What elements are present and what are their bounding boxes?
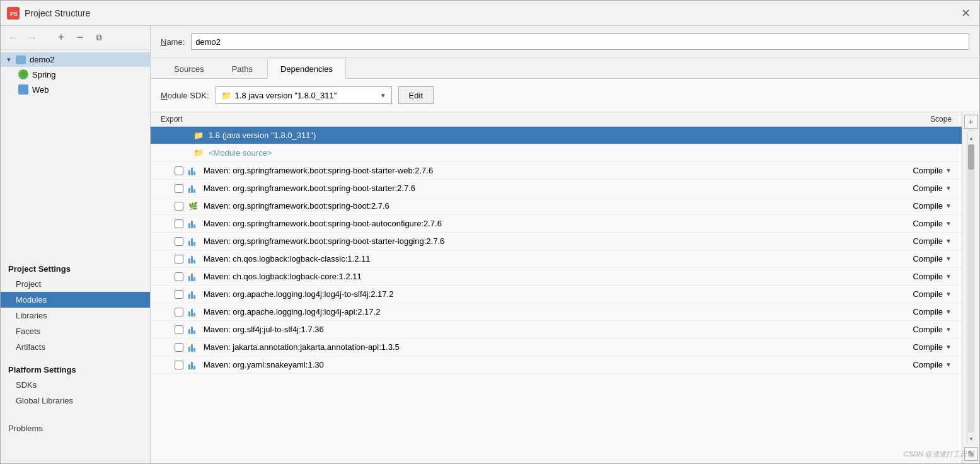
add-button[interactable]: + [54,30,69,45]
dep-checkbox[interactable] [175,308,183,316]
sidebar-item-modules[interactable]: Modules [1,292,150,308]
maven-icon [188,360,199,370]
sidebar-item-project[interactable]: Project [1,276,150,292]
edit-sdk-button[interactable]: Edit [398,86,434,104]
module-source-icon: 📁 [193,148,204,158]
dep-scope[interactable]: Compile ▼ [895,183,952,193]
sidebar-item-problems[interactable]: Problems [1,419,150,438]
dep-row-module-source[interactable]: 📁 <Module source> [151,144,962,162]
sidebar-item-global-libraries[interactable]: Global Libraries [1,393,150,409]
nav-back-button[interactable]: ← [6,30,21,45]
jdk-icon: 📁 [193,130,204,140]
dep-row-10[interactable]: Maven: jakarta.annotation:jakarta.annota… [151,339,962,356]
chevron-icon: ▼ [6,56,13,63]
platform-settings-header: Platform Settings [1,360,150,377]
dep-scope[interactable]: Compile ▼ [895,325,952,334]
spring-dep-icon: 🌿 [188,201,199,211]
sdk-select-dropdown[interactable]: 📁 1.8 java version "1.8.0_311" ▼ [216,86,392,104]
dep-row-3[interactable]: Maven: org.springframework.boot:spring-b… [151,215,962,233]
nav-forward-button[interactable]: → [25,30,40,45]
scroll-track[interactable] [968,144,974,432]
dep-scope[interactable]: Compile ▼ [895,254,952,264]
sidebar-item-facets[interactable]: Facets [1,323,150,339]
dep-checkbox[interactable] [175,361,183,369]
scroll-up-arrow[interactable]: ▲ [967,133,976,143]
divider [967,130,976,131]
dep-name: Maven: org.yaml:snakeyaml:1.30 [204,360,895,369]
app-icon: PS [7,7,20,20]
title-bar: PS Project Structure ✕ [1,1,979,26]
dep-checkbox[interactable] [175,255,183,264]
dep-row-5[interactable]: Maven: ch.qos.logback:logback-classic:1.… [151,250,962,268]
dep-name: Maven: org.apache.logging.log4j:log4j-ap… [204,307,895,316]
project-structure-window: PS Project Structure ✕ ← → + − ⧉ ▼ demo2 [0,0,980,464]
nav-sections: Project Settings Project Modules Librari… [1,259,150,463]
copy-button[interactable]: ⧉ [91,30,107,45]
dep-checkbox[interactable] [175,219,183,228]
dep-checkbox[interactable] [175,290,183,299]
dep-checkbox[interactable] [175,272,183,281]
dep-name: Maven: ch.qos.logback:logback-classic:1.… [204,254,895,264]
main-content: ← → + − ⧉ ▼ demo2 🌿 Spring W [1,26,979,463]
add-dep-button[interactable]: + [964,115,978,129]
dropdown-arrow-icon: ▼ [380,92,386,99]
dep-scope[interactable]: Compile ▼ [895,342,952,352]
dep-checkbox[interactable] [175,343,183,352]
dep-row-1[interactable]: Maven: org.springframework.boot:spring-b… [151,180,962,197]
tree-child-label: Spring [32,70,56,79]
dep-scope[interactable]: Compile ▼ [895,360,952,369]
sidebar-item-sdks[interactable]: SDKs [1,377,150,393]
scroll-down-arrow[interactable]: ▼ [967,434,976,444]
dep-name: Maven: org.springframework.boot:spring-b… [204,201,895,211]
dep-scope[interactable]: Compile ▼ [895,307,952,316]
maven-icon [188,342,199,352]
dep-row-7[interactable]: Maven: org.apache.logging.log4j:log4j-to… [151,286,962,303]
dep-scope[interactable]: Compile ▼ [895,236,952,246]
dep-scope[interactable]: Compile ▼ [895,219,952,228]
dep-row-0[interactable]: Maven: org.springframework.boot:spring-b… [151,162,962,180]
sdk-value: 1.8 java version "1.8.0_311" [235,91,337,100]
dep-scope[interactable]: Compile ▼ [895,201,952,211]
close-button[interactable]: ✕ [958,6,973,21]
right-actions-panel: + ▲ ▼ ✎ [962,112,979,463]
maven-icon [188,272,199,282]
right-panel: Name: Sources Paths Dependencies Module … [151,26,979,463]
dep-checkbox[interactable] [175,325,183,334]
dep-scope[interactable]: Compile ▼ [895,166,952,175]
tree-node-web[interactable]: Web [1,82,150,97]
maven-icon [188,325,199,335]
tab-sources[interactable]: Sources [161,59,217,79]
tab-paths[interactable]: Paths [219,59,266,79]
sdk-label: Module SDK: [161,91,209,100]
scrollbar[interactable]: ▲ ▼ [967,133,976,444]
name-input[interactable] [191,33,969,50]
tree-child-label: Web [32,85,49,95]
maven-icon [188,254,199,264]
tab-dependencies[interactable]: Dependencies [267,59,346,79]
dep-checkbox[interactable] [175,202,183,211]
dep-name: Maven: jakarta.annotation:jakarta.annota… [204,342,895,352]
tree-node-spring[interactable]: 🌿 Spring [1,67,150,82]
dep-row-4[interactable]: Maven: org.springframework.boot:spring-b… [151,233,962,250]
dep-row-jdk[interactable]: 📁 1.8 (java version "1.8.0_311") [151,127,962,144]
tree-node-demo2[interactable]: ▼ demo2 [1,52,150,67]
dep-checkbox[interactable] [175,166,183,175]
dep-row-9[interactable]: Maven: org.slf4j:jul-to-slf4j:1.7.36 Com… [151,321,962,339]
dep-checkbox[interactable] [175,184,183,193]
tree-node-label: demo2 [30,55,55,64]
dep-row-2[interactable]: 🌿 Maven: org.springframework.boot:spring… [151,197,962,215]
dep-row-11[interactable]: Maven: org.yaml:snakeyaml:1.30 Compile ▼ [151,356,962,374]
dep-scope[interactable]: Compile ▼ [895,289,952,299]
remove-button[interactable]: − [72,30,88,45]
sidebar-item-artifacts[interactable]: Artifacts [1,339,150,355]
dep-row-8[interactable]: Maven: org.apache.logging.log4j:log4j-ap… [151,303,962,321]
dep-name: Maven: org.springframework.boot:spring-b… [204,166,895,175]
problems-section: Problems [1,419,150,438]
maven-icon [188,219,199,229]
window-title: Project Structure [25,8,958,18]
dep-row-6[interactable]: Maven: ch.qos.logback:logback-core:1.2.1… [151,268,962,286]
dep-name: Maven: ch.qos.logback:logback-core:1.2.1… [204,272,895,281]
dep-scope[interactable]: Compile ▼ [895,272,952,281]
dep-checkbox[interactable] [175,237,183,246]
sidebar-item-libraries[interactable]: Libraries [1,308,150,323]
